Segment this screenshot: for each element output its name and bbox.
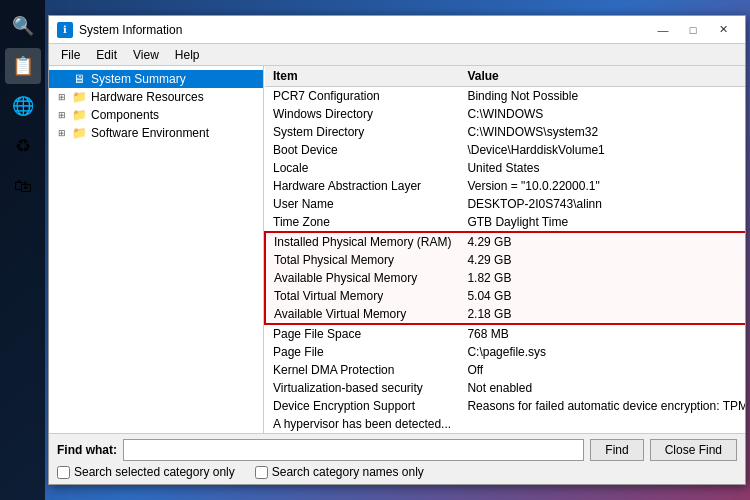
- close-find-button[interactable]: Close Find: [650, 439, 737, 461]
- table-row: Time ZoneGTB Daylight Time: [265, 213, 745, 232]
- cell-value: C:\WINDOWS\system32: [459, 123, 745, 141]
- cell-item: Boot Device: [265, 141, 459, 159]
- table-row: Total Physical Memory4.29 GB: [265, 251, 745, 269]
- maximize-button[interactable]: □: [679, 20, 707, 40]
- col-header-value: Value: [459, 66, 745, 87]
- cell-value: 4.29 GB: [459, 251, 745, 269]
- tree-item-system-summary[interactable]: 🖥 System Summary: [49, 70, 263, 88]
- cell-item: PCR7 Configuration: [265, 87, 459, 106]
- menu-edit[interactable]: Edit: [88, 46, 125, 64]
- folder-icon: 🖥: [71, 72, 87, 86]
- cell-value: C:\WINDOWS: [459, 105, 745, 123]
- checkbox-category-names[interactable]: Search category names only: [255, 465, 424, 479]
- taskbar-search-icon[interactable]: 🔍: [5, 8, 41, 44]
- table-row: LocaleUnited States: [265, 159, 745, 177]
- cell-item: Hardware Abstraction Layer: [265, 177, 459, 195]
- expand-icon: ⊞: [55, 90, 69, 104]
- cell-item: Locale: [265, 159, 459, 177]
- table-row: User NameDESKTOP-2I0S743\alinn: [265, 195, 745, 213]
- cell-item: Available Virtual Memory: [265, 305, 459, 324]
- checkbox-selected-category-input[interactable]: [57, 466, 70, 479]
- cell-value: 2.18 GB: [459, 305, 745, 324]
- taskbar-recycle-icon[interactable]: ♻: [5, 128, 41, 164]
- table-row: Hardware Abstraction LayerVersion = "10.…: [265, 177, 745, 195]
- search-row-options: Search selected category only Search cat…: [57, 465, 737, 479]
- tree-label-software: Software Environment: [91, 126, 209, 140]
- system-information-window: ℹ System Information — □ ✕ File Edit Vie…: [48, 15, 746, 485]
- cell-value: C:\pagefile.sys: [459, 343, 745, 361]
- cell-value: 5.04 GB: [459, 287, 745, 305]
- minimize-button[interactable]: —: [649, 20, 677, 40]
- cell-item: Total Physical Memory: [265, 251, 459, 269]
- tree-item-components[interactable]: ⊞ 📁 Components: [49, 106, 263, 124]
- content-area: 🖥 System Summary ⊞ 📁 Hardware Resources …: [49, 66, 745, 433]
- cell-value: Binding Not Possible: [459, 87, 745, 106]
- taskbar-edge-icon[interactable]: 🌐: [5, 88, 41, 124]
- folder-icon: 📁: [71, 108, 87, 122]
- table-row: System DirectoryC:\WINDOWS\system32: [265, 123, 745, 141]
- window-title: System Information: [79, 23, 649, 37]
- tree-label-components: Components: [91, 108, 159, 122]
- menu-help[interactable]: Help: [167, 46, 208, 64]
- tree-panel: 🖥 System Summary ⊞ 📁 Hardware Resources …: [49, 66, 264, 433]
- cell-value: [459, 415, 745, 433]
- window-controls: — □ ✕: [649, 20, 737, 40]
- table-row: Kernel DMA ProtectionOff: [265, 361, 745, 379]
- cell-value: 4.29 GB: [459, 232, 745, 251]
- table-row: Available Virtual Memory2.18 GB: [265, 305, 745, 324]
- cell-item: Time Zone: [265, 213, 459, 232]
- find-label: Find what:: [57, 443, 117, 457]
- taskbar: 🔍 📋 🌐 ♻ 🛍: [0, 0, 45, 500]
- menu-file[interactable]: File: [53, 46, 88, 64]
- cell-item: Windows Directory: [265, 105, 459, 123]
- search-bar: Find what: Find Close Find Search select…: [49, 433, 745, 484]
- cell-item: Total Virtual Memory: [265, 287, 459, 305]
- cell-value: Off: [459, 361, 745, 379]
- menu-view[interactable]: View: [125, 46, 167, 64]
- cell-item: Device Encryption Support: [265, 397, 459, 415]
- cell-item: Available Physical Memory: [265, 269, 459, 287]
- data-panel[interactable]: Item Value PCR7 ConfigurationBinding Not…: [264, 66, 745, 433]
- cell-item: Page File Space: [265, 324, 459, 343]
- table-row: Device Encryption SupportReasons for fai…: [265, 397, 745, 415]
- table-row: Windows DirectoryC:\WINDOWS: [265, 105, 745, 123]
- cell-value: Reasons for failed automatic device encr…: [459, 397, 745, 415]
- cell-value: DESKTOP-2I0S743\alinn: [459, 195, 745, 213]
- cell-value: Not enabled: [459, 379, 745, 397]
- table-row: PCR7 ConfigurationBinding Not Possible: [265, 87, 745, 106]
- tree-label-system-summary: System Summary: [91, 72, 186, 86]
- checkbox-selected-category-label: Search selected category only: [74, 465, 235, 479]
- tree-item-software-environment[interactable]: ⊞ 📁 Software Environment: [49, 124, 263, 142]
- checkbox-category-names-input[interactable]: [255, 466, 268, 479]
- folder-icon: 📁: [71, 126, 87, 140]
- table-row: Installed Physical Memory (RAM)4.29 GB: [265, 232, 745, 251]
- cell-value: \Device\HarddiskVolume1: [459, 141, 745, 159]
- folder-icon: 📁: [71, 90, 87, 104]
- table-row: Available Physical Memory1.82 GB: [265, 269, 745, 287]
- cell-item: Kernel DMA Protection: [265, 361, 459, 379]
- table-row: Boot Device\Device\HarddiskVolume1: [265, 141, 745, 159]
- cell-item: Page File: [265, 343, 459, 361]
- table-row: Virtualization-based securityNot enabled: [265, 379, 745, 397]
- cell-value: Version = "10.0.22000.1": [459, 177, 745, 195]
- expand-icon: ⊞: [55, 108, 69, 122]
- cell-value: 768 MB: [459, 324, 745, 343]
- table-row: Page FileC:\pagefile.sys: [265, 343, 745, 361]
- checkbox-category-names-label: Search category names only: [272, 465, 424, 479]
- taskbar-store-icon[interactable]: 🛍: [5, 168, 41, 204]
- window-icon: ℹ: [57, 22, 73, 38]
- taskbar-tasklist-icon[interactable]: 📋: [5, 48, 41, 84]
- tree-item-hardware-resources[interactable]: ⊞ 📁 Hardware Resources: [49, 88, 263, 106]
- cell-item: Virtualization-based security: [265, 379, 459, 397]
- table-row: A hypervisor has been detected...: [265, 415, 745, 433]
- col-header-item: Item: [265, 66, 459, 87]
- search-input[interactable]: [123, 439, 584, 461]
- cell-item: System Directory: [265, 123, 459, 141]
- tree-label-hardware: Hardware Resources: [91, 90, 204, 104]
- close-button[interactable]: ✕: [709, 20, 737, 40]
- title-bar: ℹ System Information — □ ✕: [49, 16, 745, 44]
- cell-item: A hypervisor has been detected...: [265, 415, 459, 433]
- find-button[interactable]: Find: [590, 439, 643, 461]
- search-row-primary: Find what: Find Close Find: [57, 439, 737, 461]
- checkbox-selected-category[interactable]: Search selected category only: [57, 465, 235, 479]
